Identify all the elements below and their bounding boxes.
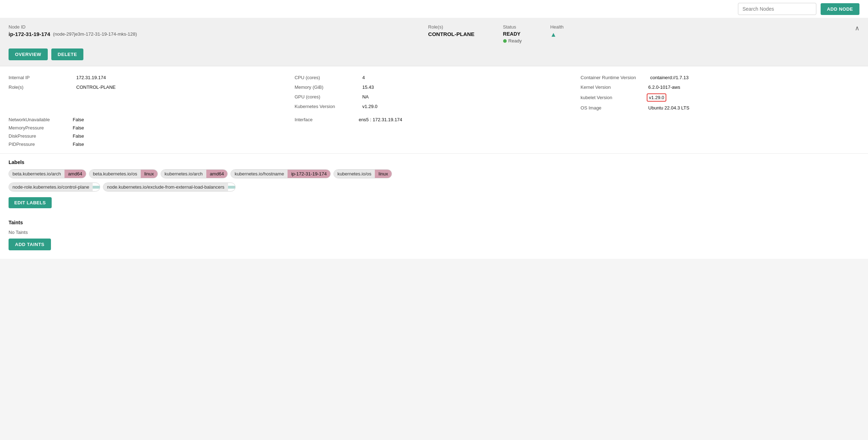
top-bar: ADD NODE [0,0,868,18]
pid-pressure-value: False [73,142,84,147]
add-node-button[interactable]: ADD NODE [821,3,859,15]
memory-value: 15.43 [362,85,374,90]
collapse-button[interactable]: ∧ [855,24,859,32]
roles-detail-value: CONTROL-PLANE [76,85,116,90]
label-val: linux [375,170,392,178]
k8s-version-label: Kubernetes Version [295,104,348,109]
labels-title: Labels [9,159,859,165]
k8s-version-row: Kubernetes Version v1.29.0 [295,104,574,109]
gpu-row: GPU (cores) NA [295,94,574,99]
container-runtime-row: Container Runtime Version containerd://1… [580,75,859,80]
taints-title: Taints [9,220,859,225]
gpu-label: GPU (cores) [295,94,348,99]
details-col-1: Internal IP 172.31.19.174 Role(s) CONTRO… [9,75,288,111]
status-value: READY [503,31,522,37]
disk-pressure-row: DiskPressure False [9,133,288,139]
internal-ip-value: 172.31.19.174 [76,75,106,80]
status-label: Status [503,24,522,30]
kernel-label: Kernel Version [580,85,634,90]
label-key: kubernetes.io/hostname [231,170,288,178]
add-taints-button[interactable]: ADD TAINTS [9,239,51,250]
pid-pressure-label: PIDPressure [9,142,66,147]
health-label: Health [550,24,564,30]
os-image-value: Ubuntu 22.04.3 LTS [648,105,689,111]
status-dot: Ready [503,38,522,44]
label-key: kubernetes.io/arch [161,170,206,178]
node-id-value: ip-172-31-19-174 (node-297je3m-172-31-19… [9,31,137,37]
label-val: ip-172-31-19-174 [288,170,330,178]
network-unavailable-label: NetworkUnavailable [9,117,66,122]
label-key: node-role.kubernetes.io/control-plane [9,183,93,191]
label-chip-arch2: kubernetes.io/arch amd64 [161,169,228,178]
node-id-label: Node ID [9,24,137,30]
delete-button[interactable]: DELETE [51,48,83,60]
overview-button[interactable]: OVERVIEW [9,48,48,60]
labels-row2: node-role.kubernetes.io/control-plane no… [9,183,859,191]
label-val-green [93,186,100,189]
details-col-3: Container Runtime Version containerd://1… [580,75,859,111]
kernel-value: 6.2.0-1017-aws [648,85,680,90]
label-key: kubernetes.io/os [334,170,375,178]
node-header-wrapper: Node ID ip-172-31-19-174 (node-297je3m-1… [0,18,868,66]
label-chip-exclude-lb: node.kubernetes.io/exclude-from-external… [103,183,236,191]
kernel-row: Kernel Version 6.2.0-1017-aws [580,85,859,90]
dot-green-icon [503,39,507,43]
search-input[interactable] [738,3,816,15]
container-runtime-label: Container Runtime Version [580,75,636,80]
label-chip-arch1: beta.kubernetes.io/arch amd64 [9,169,86,178]
taints-section: Taints No Taints ADD TAINTS [0,214,868,259]
interface-value: ens5 : 172.31.19.174 [359,117,402,122]
kubelet-value: v1.29.0 [647,93,666,102]
label-chip-control-plane: node-role.kubernetes.io/control-plane [9,183,100,191]
cpu-label: CPU (cores) [295,75,348,80]
node-id-sub: (node-297je3m-172-31-19-174-mks-128) [53,31,137,37]
network-unavailable-value: False [73,117,84,122]
node-meta-group: Role(s) CONTROL-PLANE Status READY Ready… [428,24,564,44]
node-details: Internal IP 172.31.19.174 Role(s) CONTRO… [0,66,868,154]
node-id-main: ip-172-31-19-174 [9,31,50,37]
labels-section: Labels beta.kubernetes.io/arch amd64 bet… [0,154,868,214]
edit-labels-button[interactable]: EDIT LABELS [9,197,52,208]
node-id-section: Node ID ip-172-31-19-174 (node-297je3m-1… [9,24,137,37]
internal-ip-row: Internal IP 172.31.19.174 [9,75,288,80]
network-unavailable-row: NetworkUnavailable False [9,117,288,122]
node-roles-meta: Role(s) CONTROL-PLANE [428,24,475,37]
label-chip-os1: beta.kubernetes.io/os linux [89,169,158,178]
memory-row: Memory (GiB) 15.43 [295,85,574,90]
interface-label: Interface [295,117,352,122]
cpu-value: 4 [362,75,365,80]
k8s-version-value: v1.29.0 [362,104,378,109]
disk-pressure-value: False [73,133,84,139]
memory-pressure-label: MemoryPressure [9,125,66,131]
cpu-row: CPU (cores) 4 [295,75,574,80]
details-col-2: CPU (cores) 4 Memory (GiB) 15.43 GPU (co… [295,75,574,111]
label-chip-hostname: kubernetes.io/hostname ip-172-31-19-174 [231,169,331,178]
label-val: amd64 [64,170,86,178]
roles-label: Role(s) [428,24,475,30]
interface-row: Interface ens5 : 172.31.19.174 [295,117,574,122]
memory-pressure-row: MemoryPressure False [9,125,288,131]
no-taints-text: No Taints [9,230,859,235]
node-header: Node ID ip-172-31-19-174 (node-297je3m-1… [0,18,868,66]
disk-pressure-label: DiskPressure [9,133,66,139]
node-header-buttons: OVERVIEW DELETE [9,48,859,60]
memory-pressure-value: False [73,125,84,131]
interface-col: Interface ens5 : 172.31.19.174 [295,117,574,147]
label-key: beta.kubernetes.io/os [89,170,141,178]
roles-value: CONTROL-PLANE [428,31,475,37]
node-header-top: Node ID ip-172-31-19-174 (node-297je3m-1… [9,24,859,44]
pid-pressure-row: PIDPressure False [9,142,288,147]
container-runtime-value: containerd://1.7.13 [650,75,689,80]
os-image-row: OS Image Ubuntu 22.04.3 LTS [580,105,859,111]
label-key: beta.kubernetes.io/arch [9,170,64,178]
status-ready-text: Ready [508,38,522,44]
gpu-value: NA [362,94,369,99]
labels-row: beta.kubernetes.io/arch amd64 beta.kuber… [9,169,859,178]
os-image-label: OS Image [580,105,634,111]
memory-label: Memory (GiB) [295,85,348,90]
roles-row: Role(s) CONTROL-PLANE [9,85,288,90]
health-up-icon: ▲ [550,31,564,39]
label-chip-os2: kubernetes.io/os linux [334,169,392,178]
empty-col [580,117,859,147]
kubelet-row: kubelet Version v1.29.0 [580,94,859,101]
